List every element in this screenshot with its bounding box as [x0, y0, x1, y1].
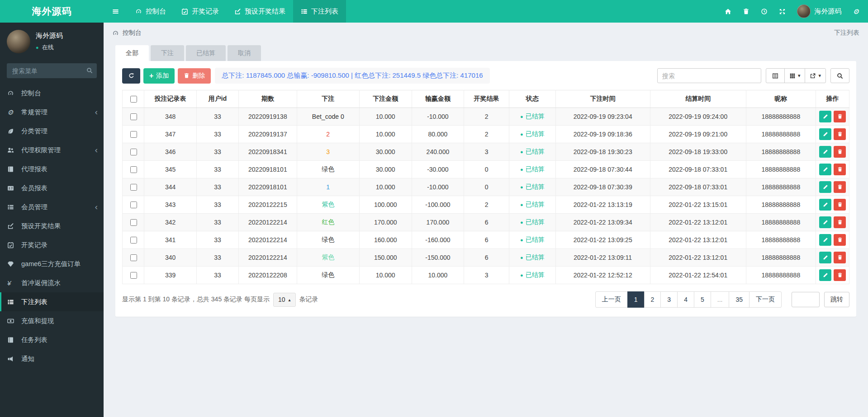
- sidebar-item-label: 代理权限管理: [21, 146, 95, 155]
- row-checkbox[interactable]: [130, 184, 137, 191]
- row-checkbox[interactable]: [130, 201, 137, 208]
- table-row: 3473320220919137210.00080.0002●已结算2022-0…: [123, 126, 849, 143]
- actions-cell: [816, 143, 849, 161]
- sidebar-item-agent-permission[interactable]: 代理权限管理‹: [0, 141, 104, 159]
- edit-button[interactable]: [819, 216, 831, 228]
- settle-time-cell: 2022-01-22 12:54:01: [650, 267, 746, 284]
- totals-summary: 总下注: 1187845.000 总输赢: -909810.500 | 红色总下…: [215, 68, 489, 84]
- edit-button[interactable]: [819, 199, 831, 211]
- settle-time-cell: 2022-09-19 09:21:00: [650, 126, 746, 143]
- delete-button[interactable]: [834, 181, 846, 193]
- edit-button[interactable]: [819, 234, 831, 246]
- row-checkbox[interactable]: [130, 219, 137, 226]
- sidebar-item-notice[interactable]: 通知: [0, 349, 104, 368]
- page-size-select[interactable]: 10▴: [273, 293, 296, 307]
- edit-button[interactable]: [819, 128, 831, 140]
- edit-button[interactable]: [819, 269, 831, 281]
- row-checkbox[interactable]: [130, 113, 137, 120]
- page-button-35[interactable]: 35: [729, 291, 749, 308]
- winloss-cell: -160.000: [412, 231, 464, 249]
- row-checkbox[interactable]: [130, 131, 137, 138]
- tab-cancel[interactable]: 取消: [228, 45, 261, 61]
- gears-icon[interactable]: ⚙: [853, 8, 859, 15]
- chevron-left-icon: ‹: [95, 202, 98, 212]
- columns-button[interactable]: ▾: [784, 68, 806, 83]
- next-page-button[interactable]: 下一页: [749, 291, 782, 308]
- delete-button[interactable]: [834, 234, 846, 246]
- refresh-button[interactable]: [122, 68, 140, 84]
- row-checkbox[interactable]: [130, 149, 137, 155]
- sidebar-item-general-management[interactable]: ⚙常规管理‹: [0, 103, 104, 122]
- select-all-checkbox[interactable]: [130, 96, 137, 103]
- delete-button[interactable]: [834, 128, 846, 140]
- sidebar-toggle-button[interactable]: [104, 0, 128, 23]
- sidebar-item-category-management[interactable]: 分类管理: [0, 122, 104, 141]
- row-checkbox[interactable]: [130, 272, 137, 279]
- actions-cell: [816, 267, 849, 284]
- bet-amount-cell: 10.000: [359, 178, 412, 196]
- delete-button[interactable]: [834, 164, 846, 175]
- delete-button[interactable]: 删除: [178, 68, 211, 84]
- user-menu[interactable]: 海外源码: [797, 5, 842, 18]
- row-checkbox[interactable]: [130, 166, 137, 173]
- sidebar-item-lottery-records[interactable]: 开奖记录: [0, 235, 104, 254]
- history-icon[interactable]: [761, 8, 768, 15]
- export-button[interactable]: ▾: [805, 68, 826, 83]
- page-button-4[interactable]: 4: [677, 291, 694, 308]
- prev-page-button[interactable]: 上一页: [595, 291, 628, 308]
- row-checkbox[interactable]: [130, 237, 137, 244]
- tab-settled[interactable]: 已结算: [186, 45, 226, 61]
- winloss-cell: 80.000: [412, 126, 464, 143]
- sidebar-item-task-list[interactable]: 任务列表: [0, 330, 104, 349]
- home-icon[interactable]: [725, 8, 731, 15]
- search-icon[interactable]: [86, 67, 93, 74]
- edit-button[interactable]: [819, 252, 831, 263]
- result-cell: 6: [464, 249, 509, 267]
- nav-item-bet-list[interactable]: 下注列表: [293, 0, 346, 23]
- sidebar-item-recharge-withdraw[interactable]: 充值和提现: [0, 311, 104, 330]
- tab-bet[interactable]: 下注: [151, 45, 184, 61]
- search-button[interactable]: [830, 68, 849, 83]
- delete-button[interactable]: [834, 146, 846, 158]
- sidebar-item-game6-orders[interactable]: game6三方充值订单: [0, 254, 104, 273]
- sidebar-item-preset-results[interactable]: 预设开奖结果: [0, 216, 104, 235]
- edit-button[interactable]: [819, 146, 831, 158]
- table-search-input[interactable]: [657, 68, 761, 83]
- page-button-5[interactable]: 5: [694, 291, 711, 308]
- nickname-cell: 18888888888: [746, 161, 816, 178]
- sidebar-item-dashboard[interactable]: 控制台: [0, 84, 104, 103]
- delete-button[interactable]: [834, 216, 846, 228]
- sidebar-item-agent-report[interactable]: 代理报表: [0, 159, 104, 178]
- edit-button[interactable]: [819, 164, 831, 175]
- delete-button[interactable]: [834, 269, 846, 281]
- sidebar-search-input[interactable]: [7, 63, 97, 78]
- sidebar-item-first-charge-rebate[interactable]: ¥首冲返佣流水: [0, 273, 104, 292]
- fullscreen-icon[interactable]: [779, 8, 786, 15]
- winloss-cell: -10.000: [412, 178, 464, 196]
- edit-button[interactable]: [819, 111, 831, 122]
- nav-item-dashboard[interactable]: 控制台: [128, 0, 174, 23]
- tab-all[interactable]: 全部: [115, 45, 149, 61]
- user-id-cell: 33: [196, 267, 238, 284]
- page-button-2[interactable]: 2: [644, 291, 661, 308]
- delete-button[interactable]: [834, 111, 846, 122]
- row-checkbox[interactable]: [130, 254, 137, 261]
- detail-view-button[interactable]: [766, 68, 785, 83]
- sidebar-item-member-report[interactable]: 会员报表: [0, 178, 104, 197]
- table-row: 3453320220918101绿色30.000-30.0000●已结算2022…: [123, 161, 849, 178]
- nav-item-lottery-records[interactable]: 开奖记录: [174, 0, 227, 23]
- sidebar-item-bet-list[interactable]: 下注列表: [0, 292, 104, 311]
- jump-button[interactable]: 跳转: [824, 292, 849, 307]
- jump-page-input[interactable]: [792, 292, 820, 307]
- delete-button[interactable]: [834, 199, 846, 211]
- bet-cell: 1: [297, 178, 359, 196]
- edit-button[interactable]: [819, 181, 831, 193]
- add-button[interactable]: + 添加: [143, 68, 175, 84]
- page-button-1[interactable]: 1: [627, 291, 645, 308]
- trash-icon[interactable]: [743, 8, 749, 15]
- delete-button[interactable]: [834, 252, 846, 263]
- nav-item-preset-results[interactable]: 预设开奖结果: [227, 0, 293, 23]
- page-button-3[interactable]: 3: [660, 291, 678, 308]
- sidebar-item-member-management[interactable]: 会员管理‹: [0, 197, 104, 216]
- nickname-cell: 18888888888: [746, 214, 816, 231]
